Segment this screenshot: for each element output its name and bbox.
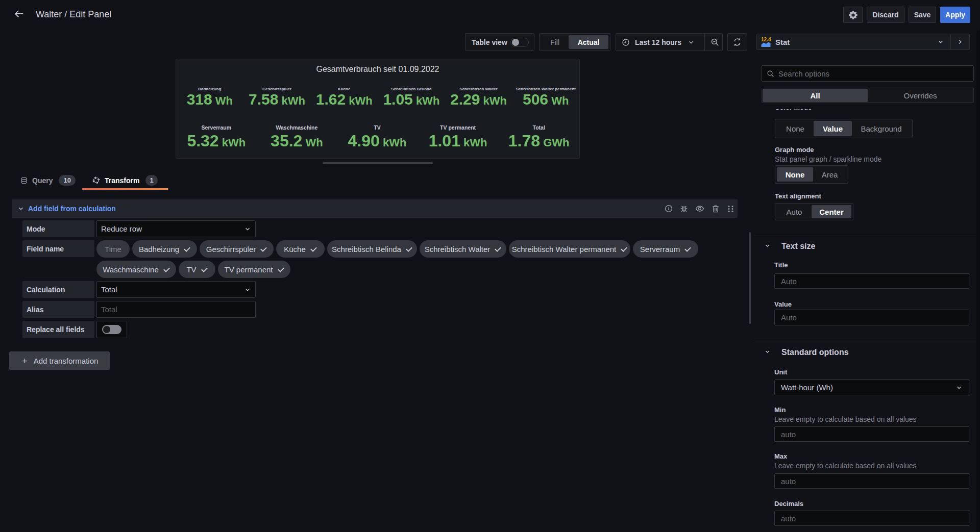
svg-text:12.4: 12.4 [761, 37, 771, 42]
